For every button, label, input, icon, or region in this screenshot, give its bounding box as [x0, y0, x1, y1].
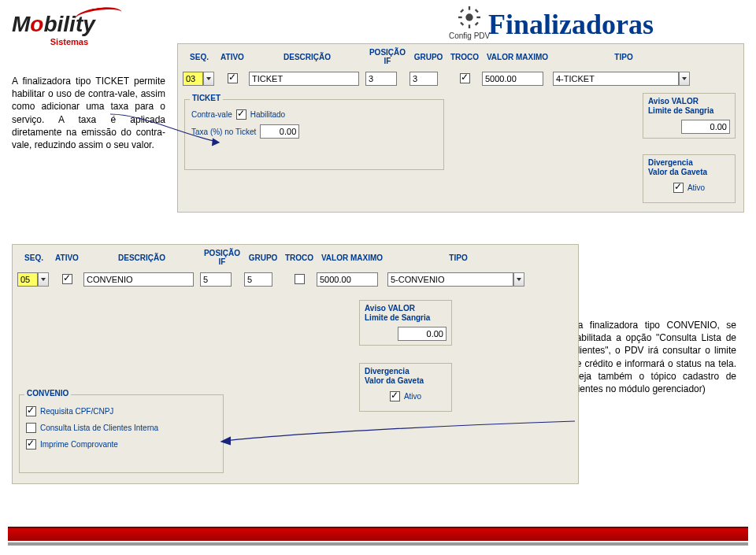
ativo-checkbox[interactable]: [62, 274, 72, 284]
footer-bar: [8, 527, 748, 541]
config-pdv-label: Config PDV: [449, 31, 490, 40]
valor-max-input[interactable]: [482, 72, 543, 86]
gear-icon: [458, 6, 480, 28]
svg-rect-5: [460, 9, 464, 13]
troco-checkbox[interactable]: [460, 73, 470, 83]
seq-input[interactable]: [17, 272, 38, 287]
header-grupo: GRUPO: [410, 53, 447, 61]
header-ativo: ATIVO: [50, 253, 83, 262]
imprime-comprovante-label: Imprime Comprovante: [40, 440, 118, 449]
posicao-if-input[interactable]: [365, 72, 397, 86]
header-descricao: DESCRIÇÃO: [83, 253, 200, 262]
consulta-lista-label: Consulta Lista de Clientes Interna: [40, 424, 158, 432]
tipo-input[interactable]: [387, 272, 513, 287]
diverg-title-1: Divergencia: [365, 367, 447, 376]
panel-ticket: SEQ. ATIVO DESCRIÇÃO POSIÇÃO IF GRUPO TR…: [177, 43, 744, 213]
svg-point-0: [465, 13, 472, 20]
requisita-cpf-checkbox[interactable]: [26, 406, 36, 416]
seq-input[interactable]: [183, 72, 203, 86]
header-seq: SEQ.: [183, 53, 216, 61]
svg-rect-8: [475, 22, 479, 26]
diverg-title-2: Valor da Gaveta: [648, 168, 730, 177]
page-title: Finalizadoras: [488, 8, 654, 41]
ativo-checkbox[interactable]: [228, 73, 238, 83]
valor-max-input[interactable]: [317, 272, 378, 287]
diverg-title-2: Valor da Gaveta: [365, 376, 447, 386]
aviso-valor-input[interactable]: [398, 327, 447, 341]
grupo-input[interactable]: [244, 272, 272, 287]
header-seq: SEQ.: [17, 253, 50, 262]
diverg-ativo-checkbox[interactable]: [390, 391, 400, 401]
header-troco: TROCO: [447, 53, 482, 61]
table-header: SEQ. ATIVO DESCRIÇÃO POSIÇÃO IF GRUPO TR…: [178, 44, 743, 69]
header-tipo: TIPO: [553, 53, 695, 61]
header-posicao-if: POSIÇÃO IF: [365, 48, 410, 65]
taxa-input[interactable]: [260, 124, 299, 139]
header-valor-max: VALOR MAXIMO: [317, 253, 387, 262]
footer-shadow: [8, 542, 748, 546]
habilitado-checkbox[interactable]: [236, 109, 246, 120]
aviso-title-2: Limite de Sangria: [648, 106, 730, 116]
header-grupo: GRUPO: [244, 253, 282, 262]
aviso-title-1: Aviso VALOR: [648, 97, 730, 106]
svg-rect-6: [475, 9, 479, 13]
habilitado-label: Habilitado: [250, 110, 285, 119]
descricao-input[interactable]: [249, 72, 359, 86]
table-row: [178, 69, 743, 88]
aviso-valor-box: Aviso VALOR Limite de Sangria: [643, 93, 736, 139]
svg-rect-3: [458, 17, 462, 18]
consulta-lista-checkbox[interactable]: [26, 423, 36, 433]
convenio-group: CONVENIO Requisita CPF/CNPJ Consulta Lis…: [19, 394, 224, 473]
aviso-valor-input[interactable]: [681, 120, 730, 134]
logo: Mobility Sistemas: [12, 12, 95, 46]
header-troco: TROCO: [282, 253, 317, 262]
divergencia-box: Divergencia Valor da Gaveta Ativo: [359, 363, 452, 412]
svg-rect-4: [476, 17, 480, 18]
table-row: [13, 270, 578, 289]
aviso-title-2: Limite de Sangria: [365, 313, 447, 323]
header-descricao: DESCRIÇÃO: [249, 53, 365, 61]
divergencia-box: Divergencia Valor da Gaveta Ativo: [643, 154, 736, 203]
header-ativo: ATIVO: [216, 53, 249, 61]
svg-rect-2: [469, 24, 470, 28]
header-valor-max: VALOR MAXIMO: [482, 53, 553, 61]
chevron-down-icon[interactable]: [513, 272, 524, 287]
chevron-down-icon[interactable]: [38, 272, 49, 287]
chevron-down-icon[interactable]: [679, 72, 690, 86]
diverg-ativo-label: Ativo: [687, 183, 705, 192]
header-posicao-if: POSIÇÃO IF: [200, 249, 244, 266]
posicao-if-input[interactable]: [200, 272, 232, 287]
diverg-ativo-label: Ativo: [404, 392, 421, 401]
seq-dropdown[interactable]: [17, 272, 49, 287]
convenio-group-label: CONVENIO: [24, 389, 71, 398]
logo-subtext: Sistemas: [43, 37, 95, 46]
requisita-cpf-label: Requisita CPF/CNPJ: [40, 407, 113, 416]
header-tipo: TIPO: [387, 253, 529, 262]
diverg-ativo-checkbox[interactable]: [673, 183, 684, 193]
grupo-input[interactable]: [410, 72, 438, 86]
ticket-group-label: TICKET: [190, 94, 223, 102]
ticket-group: TICKET Contra-vale Habilitado Taxa (%) n…: [184, 99, 444, 170]
tipo-dropdown[interactable]: [387, 272, 524, 287]
description-convenio: Na finalizadora tipo CONVENIO, se habili…: [571, 319, 736, 395]
troco-checkbox[interactable]: [295, 274, 305, 284]
imprime-comprovante-checkbox[interactable]: [26, 439, 36, 450]
chevron-down-icon[interactable]: [203, 72, 214, 86]
tipo-dropdown[interactable]: [553, 72, 690, 86]
aviso-title-1: Aviso VALOR: [365, 304, 447, 313]
svg-rect-1: [469, 6, 470, 10]
descricao-input[interactable]: [83, 272, 194, 287]
arrow-to-convenio-desc: [217, 417, 579, 449]
aviso-valor-box: Aviso VALOR Limite de Sangria: [359, 300, 452, 346]
svg-rect-7: [460, 22, 464, 26]
seq-dropdown[interactable]: [183, 72, 214, 86]
tipo-input[interactable]: [553, 72, 679, 86]
arrow-to-ticket-group: [102, 110, 220, 150]
config-pdv-icon-block: Config PDV: [449, 6, 490, 40]
diverg-title-1: Divergencia: [648, 158, 730, 168]
table-header: SEQ. ATIVO DESCRIÇÃO POSIÇÃO IF GRUPO TR…: [13, 245, 578, 270]
